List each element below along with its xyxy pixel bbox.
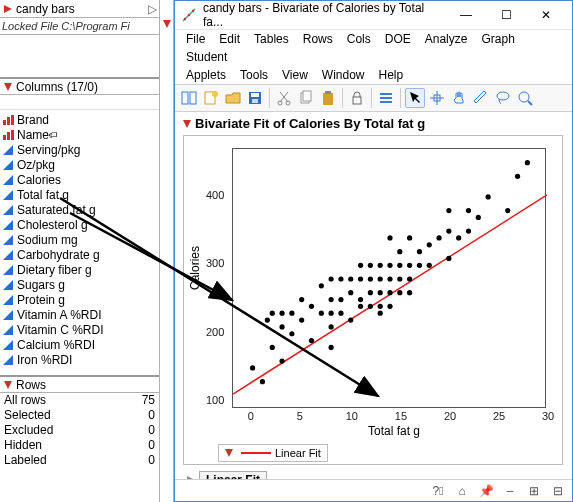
disclosure-icon[interactable] <box>181 118 193 130</box>
svg-point-83 <box>368 304 373 309</box>
menu-doe[interactable]: DOE <box>378 30 418 48</box>
svg-point-120 <box>525 160 530 165</box>
menu-applets[interactable]: Applets <box>179 66 233 84</box>
rows-stat[interactable]: Selected0 <box>0 408 159 423</box>
panel-menu-icon[interactable]: ▷ <box>143 2 157 16</box>
menu-graph[interactable]: Graph <box>474 30 521 48</box>
disclosure-icon[interactable] <box>2 81 14 93</box>
menu-rows[interactable]: Rows <box>296 30 340 48</box>
continuous-icon <box>2 354 14 366</box>
expand-icon[interactable]: ⊞ <box>526 483 542 499</box>
menu-dropdown-icon[interactable] <box>376 88 396 108</box>
cut-icon[interactable] <box>274 88 294 108</box>
svg-point-106 <box>417 249 422 254</box>
help-icon[interactable]: ?⃝ <box>430 483 446 499</box>
continuous-icon <box>2 144 14 156</box>
disclosure-icon[interactable] <box>2 3 14 15</box>
svg-point-64 <box>309 304 314 309</box>
copy-icon[interactable] <box>296 88 316 108</box>
column-item[interactable]: Iron %RDI <box>0 352 159 367</box>
maximize-button[interactable]: ☐ <box>486 2 526 28</box>
column-item[interactable]: Total fat g <box>0 187 159 202</box>
new-icon[interactable] <box>201 88 221 108</box>
column-item[interactable]: Vitamin A %RDI <box>0 307 159 322</box>
menu-analyze[interactable]: Analyze <box>418 30 475 48</box>
close-button[interactable]: ✕ <box>526 2 566 28</box>
panel-toggle-icon[interactable] <box>179 88 199 108</box>
svg-point-107 <box>427 263 432 268</box>
rows-header[interactable]: Rows <box>0 375 159 393</box>
column-item[interactable]: Name 🏷 <box>0 127 159 142</box>
menu-help[interactable]: Help <box>372 66 411 84</box>
hand-tool-icon[interactable] <box>449 88 469 108</box>
menu-cols[interactable]: Cols <box>340 30 378 48</box>
pin-icon[interactable]: 📌 <box>478 483 494 499</box>
menu-edit[interactable]: Edit <box>212 30 247 48</box>
x-axis-label: Total fat g <box>368 424 420 438</box>
fit-legend[interactable]: Linear Fit <box>218 444 328 462</box>
menu-view[interactable]: View <box>275 66 315 84</box>
zoom-tool-icon[interactable] <box>515 88 535 108</box>
column-item[interactable]: Sodium mg <box>0 232 159 247</box>
column-name: Protein g <box>17 293 65 307</box>
rows-stat[interactable]: Labeled0 <box>0 453 159 468</box>
svg-point-100 <box>397 249 402 254</box>
svg-marker-22 <box>3 355 13 365</box>
column-name: Brand <box>17 113 49 127</box>
continuous-icon <box>2 324 14 336</box>
disclosure-icon[interactable] <box>223 447 235 459</box>
menu-tools[interactable]: Tools <box>233 66 275 84</box>
arrow-tool-icon[interactable] <box>405 88 425 108</box>
rows-title: Rows <box>16 378 157 392</box>
disclosure-icon[interactable] <box>161 18 173 30</box>
x-tick: 5 <box>297 410 303 422</box>
scatter-chart[interactable]: Calories Total fat g 1002003004000510152… <box>188 140 558 440</box>
svg-point-72 <box>329 345 334 350</box>
svg-point-52 <box>250 365 255 370</box>
y-tick: 200 <box>206 326 224 338</box>
svg-marker-17 <box>3 280 13 290</box>
column-item[interactable]: Saturated fat g <box>0 202 159 217</box>
bivariate-app-icon <box>181 7 197 23</box>
titlebar[interactable]: candy bars - Bivariate of Calories by To… <box>175 1 572 29</box>
menu-window[interactable]: Window <box>315 66 372 84</box>
nominal-icon <box>2 129 14 141</box>
column-item[interactable]: Serving/pkg <box>0 142 159 157</box>
rows-stat[interactable]: All rows75 <box>0 393 159 408</box>
svg-point-97 <box>397 276 402 281</box>
column-item[interactable]: Cholesterol g <box>0 217 159 232</box>
svg-rect-40 <box>323 93 333 105</box>
data-table-header[interactable]: candy bars ▷ <box>0 0 159 18</box>
crosshair-tool-icon[interactable] <box>427 88 447 108</box>
minus-icon[interactable]: – <box>502 483 518 499</box>
columns-header[interactable]: Columns (17/0) <box>0 77 159 95</box>
column-item[interactable]: Calories <box>0 172 159 187</box>
brush-tool-icon[interactable] <box>471 88 491 108</box>
rows-stat[interactable]: Hidden0 <box>0 438 159 453</box>
column-item[interactable]: Carbohydrate g <box>0 247 159 262</box>
menu-student[interactable]: Student <box>179 48 234 66</box>
open-icon[interactable] <box>223 88 243 108</box>
column-search-input[interactable] <box>0 95 159 110</box>
column-item[interactable]: Oz/pkg <box>0 157 159 172</box>
lock-icon[interactable] <box>347 88 367 108</box>
disclosure-icon[interactable] <box>2 379 14 391</box>
paste-icon[interactable] <box>318 88 338 108</box>
minimize-button[interactable]: — <box>446 2 486 28</box>
svg-point-118 <box>505 208 510 213</box>
home-icon[interactable]: ⌂ <box>454 483 470 499</box>
svg-marker-121 <box>225 449 233 457</box>
menu-file[interactable]: File <box>179 30 212 48</box>
lasso-tool-icon[interactable] <box>493 88 513 108</box>
svg-marker-16 <box>3 265 13 275</box>
column-item[interactable]: Sugars g <box>0 277 159 292</box>
column-item[interactable]: Calcium %RDI <box>0 337 159 352</box>
column-item[interactable]: Protein g <box>0 292 159 307</box>
column-item[interactable]: Brand <box>0 112 159 127</box>
save-icon[interactable] <box>245 88 265 108</box>
column-item[interactable]: Dietary fiber g <box>0 262 159 277</box>
collapse-icon[interactable]: ⊟ <box>550 483 566 499</box>
menu-tables[interactable]: Tables <box>247 30 296 48</box>
column-item[interactable]: Vitamin C %RDI <box>0 322 159 337</box>
rows-stat[interactable]: Excluded0 <box>0 423 159 438</box>
